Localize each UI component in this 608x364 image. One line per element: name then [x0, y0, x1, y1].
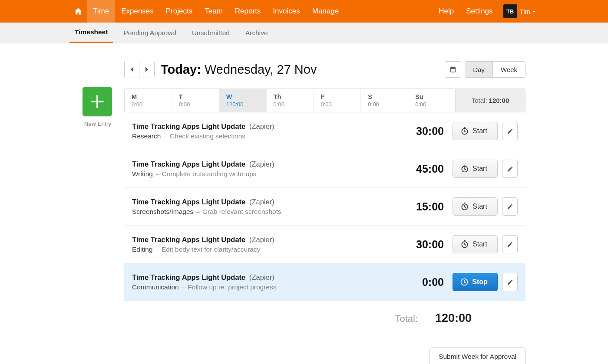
help-link[interactable]: Help	[433, 0, 460, 23]
day-abbr: F	[321, 93, 354, 100]
timer-icon	[460, 278, 469, 286]
start-timer-button[interactable]: Start	[453, 122, 498, 140]
entry-task: Communication	[132, 283, 179, 291]
start-label: Start	[473, 240, 487, 248]
time-entry: Time Tracking Apps Light Update (Zapier)…	[124, 263, 525, 301]
entry-task: Writing	[132, 170, 153, 177]
start-timer-button[interactable]: Start	[453, 197, 498, 216]
entry-task: Screenshots/Images	[132, 208, 193, 215]
nav-item-team[interactable]: Team	[198, 0, 229, 23]
entry-client: (Zapier)	[249, 198, 274, 206]
entry-note: Follow up re: project progress	[188, 283, 276, 291]
entry-project: Time Tracking Apps Light Update	[132, 160, 245, 168]
total-row: Total: 120:00	[124, 301, 525, 335]
week-day-f[interactable]: F0:00	[314, 89, 361, 112]
nav-item-projects[interactable]: Projects	[160, 0, 198, 23]
entry-client: (Zapier)	[249, 122, 274, 130]
time-entry: Time Tracking Apps Light Update (Zapier)…	[124, 112, 525, 150]
prev-day-button[interactable]	[125, 61, 139, 78]
day-hours: 0:00	[179, 101, 212, 108]
edit-entry-button[interactable]	[502, 160, 518, 178]
entry-client: (Zapier)	[249, 236, 274, 243]
chevron-left-icon	[130, 66, 134, 72]
start-timer-button[interactable]: Start	[453, 235, 498, 253]
nav-item-manage[interactable]: Manage	[306, 0, 345, 23]
entry-task: Research	[132, 132, 161, 140]
week-day-m[interactable]: M0:00	[125, 89, 172, 112]
week-day-t[interactable]: T0:00	[172, 89, 219, 112]
entry-time: 30:00	[396, 238, 444, 251]
subnav-tab-archive[interactable]: Archive	[240, 23, 273, 43]
nav-item-invoices[interactable]: Invoices	[267, 0, 306, 23]
date-text: Wednesday, 27 Nov	[205, 62, 317, 76]
week-day-s[interactable]: S0:00	[361, 89, 408, 112]
user-name: Tim	[520, 8, 530, 15]
entry-note: Edit body text for clarity/accuracy	[162, 246, 260, 253]
home-icon[interactable]	[69, 0, 87, 23]
new-entry-label: New Entry	[83, 121, 113, 127]
entry-note: Complete outstanding write-ups	[162, 170, 257, 177]
entry-client: (Zapier)	[249, 273, 274, 281]
submit-week-button[interactable]: Submit Week for Approval	[430, 348, 525, 364]
start-timer-button[interactable]: Start	[453, 160, 498, 178]
nav-item-time[interactable]: Time	[87, 0, 115, 23]
timer-icon	[460, 202, 469, 211]
entries-list: Time Tracking Apps Light Update (Zapier)…	[124, 112, 525, 301]
pencil-icon	[507, 279, 513, 285]
entry-note: Grab relevant screenshots	[202, 208, 281, 215]
view-toggle: Day Week	[465, 61, 525, 78]
pencil-icon	[507, 166, 513, 172]
sub-nav: TimesheetPending ApprovalUnsubmittedArch…	[0, 23, 608, 43]
day-hours: 0:00	[368, 101, 401, 108]
time-entry: Time Tracking Apps Light Update (Zapier)…	[124, 150, 525, 188]
day-hours: 0:00	[415, 101, 448, 108]
day-abbr: Su	[415, 93, 448, 100]
top-nav: TimeExpensesProjectsTeamReportsInvoicesM…	[0, 0, 608, 23]
avatar[interactable]: TB	[503, 4, 517, 18]
week-day-su[interactable]: Su0:00	[408, 89, 456, 112]
day-abbr: Th	[274, 93, 307, 100]
day-abbr: W	[226, 93, 259, 100]
stop-timer-button[interactable]: Stop	[453, 273, 498, 291]
chevron-right-icon	[145, 66, 149, 72]
entry-note: Check existing selections	[170, 132, 245, 140]
timer-icon	[460, 164, 469, 173]
timer-icon	[460, 240, 469, 249]
day-hours: 0:00	[132, 101, 165, 108]
time-entry: Time Tracking Apps Light Update (Zapier)…	[124, 188, 525, 226]
pencil-icon	[507, 128, 513, 134]
next-day-button[interactable]	[139, 61, 154, 78]
calendar-button[interactable]	[445, 61, 461, 78]
day-abbr: T	[179, 93, 212, 100]
view-day-button[interactable]: Day	[465, 62, 493, 77]
week-total-label: Total:	[472, 97, 487, 104]
subnav-tab-pending-approval[interactable]: Pending Approval	[118, 23, 182, 43]
total-label: Total:	[395, 313, 418, 325]
timer-icon	[460, 127, 469, 135]
week-day-w[interactable]: W120:00	[219, 89, 267, 112]
user-menu[interactable]: Tim ▾	[520, 0, 539, 23]
day-hours: 120:00	[226, 101, 259, 108]
entry-client: (Zapier)	[249, 160, 274, 168]
entry-project: Time Tracking Apps Light Update	[132, 198, 245, 206]
edit-entry-button[interactable]	[502, 273, 518, 291]
entry-time: 15:00	[396, 200, 444, 213]
edit-entry-button[interactable]	[502, 197, 518, 216]
pencil-icon	[507, 203, 513, 210]
view-week-button[interactable]: Week	[493, 62, 525, 77]
entry-time: 0:00	[396, 276, 444, 289]
new-entry-button[interactable]	[83, 87, 112, 116]
nav-item-reports[interactable]: Reports	[229, 0, 267, 23]
nav-item-expenses[interactable]: Expenses	[115, 0, 160, 23]
subnav-tab-unsubmitted[interactable]: Unsubmitted	[187, 23, 235, 43]
entry-project: Time Tracking Apps Light Update	[132, 122, 245, 130]
settings-link[interactable]: Settings	[460, 0, 499, 23]
entry-time: 30:00	[396, 125, 444, 138]
entry-project: Time Tracking Apps Light Update	[132, 273, 245, 281]
edit-entry-button[interactable]	[502, 235, 518, 253]
week-day-th[interactable]: Th0:00	[267, 89, 314, 112]
subnav-tab-timesheet[interactable]: Timesheet	[69, 23, 113, 43]
edit-entry-button[interactable]	[502, 122, 518, 140]
day-abbr: S	[368, 93, 401, 100]
entry-task: Editing	[132, 246, 152, 253]
